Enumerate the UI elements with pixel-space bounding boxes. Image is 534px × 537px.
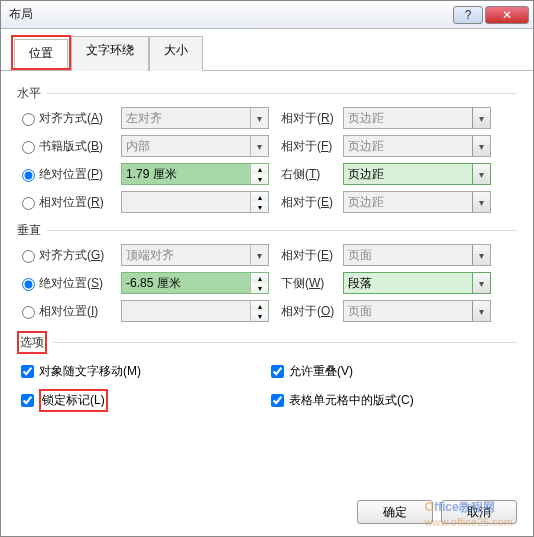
spinner-v-rel-value[interactable]: ▴▾: [121, 300, 269, 322]
row-h-abs: 绝对位置(P) 1.79 厘米▴▾ 右侧(T) 页边距: [17, 162, 517, 186]
row-h-book: 书籍版式(B) 内部 相对于(F) 页边距: [17, 134, 517, 158]
combo-h-book-rel[interactable]: 页边距: [343, 135, 491, 157]
label-lock-anchor: 锁定标记(L): [42, 393, 105, 407]
radio-h-book[interactable]: [22, 141, 35, 154]
chevron-down-icon: [250, 108, 268, 128]
row-h-align: 对齐方式(A) 左对齐 相对于(R) 页边距: [17, 106, 517, 130]
label-v-abs-rel: 下侧(W): [281, 275, 343, 292]
label-h-align: 对齐方式(A): [39, 110, 121, 127]
dialog-footer: 确定 取消: [357, 500, 517, 524]
spinner-v-abs-value[interactable]: -6.85 厘米▴▾: [121, 272, 269, 294]
chevron-down-icon: [472, 136, 490, 156]
section-options: 选项: [17, 331, 517, 354]
checkbox-table-cell[interactable]: [271, 394, 284, 407]
combo-v-align-value[interactable]: 顶端对齐: [121, 244, 269, 266]
close-button[interactable]: ✕: [485, 6, 529, 24]
combo-h-abs-rel[interactable]: 页边距: [343, 163, 491, 185]
label-move-with-text: 对象随文字移动(M): [39, 363, 141, 380]
section-vertical: 垂直: [17, 222, 517, 239]
combo-v-abs-rel[interactable]: 段落: [343, 272, 491, 294]
label-h-book: 书籍版式(B): [39, 138, 121, 155]
combo-h-rel-rel[interactable]: 页边距: [343, 191, 491, 213]
opt-move-with-text: 对象随文字移动(M): [17, 362, 267, 381]
label-h-rel-rel: 相对于(E): [281, 194, 343, 211]
label-h-rel: 相对位置(R): [39, 194, 121, 211]
opt-table-cell: 表格单元格中的版式(C): [267, 389, 517, 412]
checkbox-lock-anchor[interactable]: [21, 394, 34, 407]
row-v-align: 对齐方式(G) 顶端对齐 相对于(E) 页面: [17, 243, 517, 267]
checkbox-allow-overlap[interactable]: [271, 365, 284, 378]
radio-h-align[interactable]: [22, 113, 35, 126]
label-h-align-rel: 相对于(R): [281, 110, 343, 127]
cancel-button[interactable]: 取消: [441, 500, 517, 524]
spinner-arrows[interactable]: ▴▾: [250, 273, 268, 293]
radio-h-abs[interactable]: [22, 169, 35, 182]
ok-button[interactable]: 确定: [357, 500, 433, 524]
spinner-h-rel-value[interactable]: ▴▾: [121, 191, 269, 213]
chevron-down-icon: [472, 164, 490, 184]
window-title: 布局: [5, 6, 453, 23]
combo-v-rel-rel[interactable]: 页面: [343, 300, 491, 322]
row-v-abs: 绝对位置(S) -6.85 厘米▴▾ 下侧(W) 段落: [17, 271, 517, 295]
tab-strip: 位置 文字环绕 大小: [1, 29, 533, 71]
spinner-arrows[interactable]: ▴▾: [250, 164, 268, 184]
opt-allow-overlap: 允许重叠(V): [267, 362, 517, 381]
section-horizontal: 水平: [17, 85, 517, 102]
label-h-book-rel: 相对于(F): [281, 138, 343, 155]
label-v-align-rel: 相对于(E): [281, 247, 343, 264]
chevron-down-icon: [250, 245, 268, 265]
label-v-rel: 相对位置(I): [39, 303, 121, 320]
label-h-abs-rel: 右侧(T): [281, 166, 343, 183]
label-table-cell: 表格单元格中的版式(C): [289, 392, 414, 409]
label-h-abs: 绝对位置(P): [39, 166, 121, 183]
row-h-rel: 相对位置(R) ▴▾ 相对于(E) 页边距: [17, 190, 517, 214]
dialog-content: 水平 对齐方式(A) 左对齐 相对于(R) 页边距 书籍版式(B) 内部 相对于…: [1, 71, 533, 426]
options-grid: 对象随文字移动(M) 允许重叠(V) 锁定标记(L) 表格单元格中的版式(C): [17, 358, 517, 416]
radio-v-align[interactable]: [22, 250, 35, 263]
radio-v-abs[interactable]: [22, 278, 35, 291]
checkbox-move-with-text[interactable]: [21, 365, 34, 378]
chevron-down-icon: [472, 108, 490, 128]
label-v-abs: 绝对位置(S): [39, 275, 121, 292]
highlight-tab-position: 位置: [11, 35, 71, 70]
chevron-down-icon: [472, 245, 490, 265]
label-v-rel-rel: 相对于(O): [281, 303, 343, 320]
title-bar: 布局 ? ✕: [1, 1, 533, 29]
help-button[interactable]: ?: [453, 6, 483, 24]
radio-v-rel[interactable]: [22, 306, 35, 319]
tab-wrap[interactable]: 文字环绕: [71, 36, 149, 71]
highlight-options-heading: 选项: [17, 331, 47, 354]
combo-h-align-rel[interactable]: 页边距: [343, 107, 491, 129]
spinner-arrows[interactable]: ▴▾: [250, 301, 268, 321]
chevron-down-icon: [250, 136, 268, 156]
spinner-arrows[interactable]: ▴▾: [250, 192, 268, 212]
chevron-down-icon: [472, 192, 490, 212]
row-v-rel: 相对位置(I) ▴▾ 相对于(O) 页面: [17, 299, 517, 323]
tab-size[interactable]: 大小: [149, 36, 203, 71]
chevron-down-icon: [472, 301, 490, 321]
label-v-align: 对齐方式(G): [39, 247, 121, 264]
opt-lock-anchor: 锁定标记(L): [17, 389, 267, 412]
spinner-h-abs-value[interactable]: 1.79 厘米▴▾: [121, 163, 269, 185]
highlight-lock-anchor: 锁定标记(L): [39, 389, 108, 412]
combo-h-align-value[interactable]: 左对齐: [121, 107, 269, 129]
chevron-down-icon: [472, 273, 490, 293]
radio-h-rel[interactable]: [22, 197, 35, 210]
combo-v-align-rel[interactable]: 页面: [343, 244, 491, 266]
tab-position[interactable]: 位置: [14, 39, 68, 68]
layout-dialog: 布局 ? ✕ 位置 文字环绕 大小 水平 对齐方式(A) 左对齐 相对于(R) …: [0, 0, 534, 537]
label-allow-overlap: 允许重叠(V): [289, 363, 353, 380]
combo-h-book-value[interactable]: 内部: [121, 135, 269, 157]
